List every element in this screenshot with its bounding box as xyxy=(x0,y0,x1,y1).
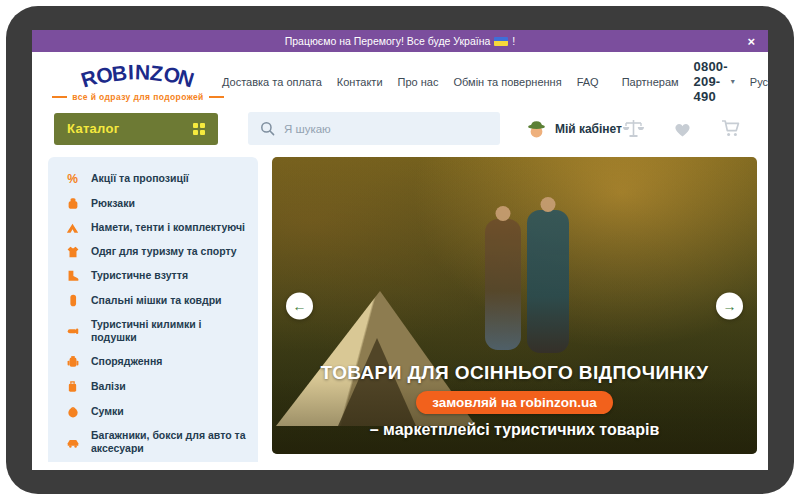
car-icon xyxy=(64,436,81,449)
sidebar-item-suitcases[interactable]: Валізи xyxy=(48,374,258,399)
top-nav: Доставка та оплата Контакти Про нас Обмі… xyxy=(222,59,768,104)
lang-rus[interactable]: Рус xyxy=(750,76,768,88)
backpack-icon xyxy=(64,196,81,211)
sidebar-item-label: Одяг для туризму та спорту xyxy=(91,245,237,258)
hero-banner: ← → ТОВАРИ ДЛЯ ОСІННЬОГО ВІДПОЧИНКУ замо… xyxy=(272,157,757,454)
sidebar-item-mats[interactable]: Туристичні килимки і подушки xyxy=(48,313,258,349)
sleeping-bag-icon xyxy=(64,293,81,308)
logo-tagline-row: все й одразу для подорожей xyxy=(52,92,223,102)
catalog-button-label: Каталог xyxy=(67,121,119,136)
sidebar-item-tents[interactable]: Намети, тенти і комплектуючі xyxy=(48,216,258,240)
arrow-left-icon: ← xyxy=(293,298,307,314)
search-icon xyxy=(260,121,275,136)
promo-message: Працюємо на Перемогу! Все буде Україна xyxy=(285,35,491,47)
account-button[interactable]: Мій кабінет xyxy=(526,118,622,139)
sidebar-item-promotions[interactable]: % Акції та пропозиції xyxy=(48,167,258,191)
boot-icon xyxy=(64,269,81,283)
promo-text-wrap: Працюємо на Перемогу! Все буде Україна ! xyxy=(285,35,516,47)
tshirt-icon xyxy=(64,245,81,259)
nav-link-faq[interactable]: FAQ xyxy=(577,76,599,88)
hero-subtitle: – маркетплейсі туристичних товарів xyxy=(370,421,660,439)
logo-text: ROBINZON xyxy=(80,62,196,86)
catalog-button[interactable]: Каталог xyxy=(54,113,218,145)
hero-cta-button[interactable]: замовляй на robinzon.ua xyxy=(416,391,613,414)
tent-icon xyxy=(64,221,81,235)
sidebar-item-label: Спорядження xyxy=(91,355,162,368)
sidebar-item-bags[interactable]: Сумки xyxy=(48,399,258,424)
arrow-right-icon: → xyxy=(723,298,737,314)
category-sidebar: % Акції та пропозиції Рюкзаки Намети, те… xyxy=(48,157,258,462)
sidebar-item-car-racks[interactable]: Багажники, бокси для авто та аксесуари xyxy=(48,424,258,460)
nav-link-partners[interactable]: Партнерам xyxy=(622,76,679,88)
sidebar-item-label: Рюкзаки xyxy=(91,197,135,210)
person-silhouette xyxy=(527,210,569,353)
logo-tagline: все й одразу для подорожей xyxy=(72,92,203,102)
grid-icon xyxy=(193,123,205,135)
bag-icon xyxy=(64,404,81,419)
cart-icon[interactable] xyxy=(720,118,742,139)
hero-text-block: ТОВАРИ ДЛЯ ОСІННЬОГО ВІДПОЧИНКУ замовляй… xyxy=(272,362,757,439)
main-content: % Акції та пропозиції Рюкзаки Намети, те… xyxy=(32,157,768,462)
gear-backpack-icon xyxy=(64,354,81,369)
sidebar-item-sleeping-bags[interactable]: Спальні мішки та ковдри xyxy=(48,288,258,313)
robinson-avatar-icon xyxy=(526,118,547,139)
percent-icon: % xyxy=(64,172,81,186)
carousel-next-button[interactable]: → xyxy=(716,292,743,319)
header-action-icons xyxy=(622,118,746,139)
sidebar-item-backpacks[interactable]: Рюкзаки xyxy=(48,191,258,216)
hero-title: ТОВАРИ ДЛЯ ОСІННЬОГО ВІДПОЧИНКУ xyxy=(321,362,709,384)
sidebar-item-label: Намети, тенти і комплектуючі xyxy=(91,221,245,234)
sidebar-item-label: Туристичні килимки і подушки xyxy=(91,318,250,344)
phone-number: 0800-209-490 xyxy=(694,59,728,104)
sidebar-item-label: Спальні мішки та ковдри xyxy=(91,294,222,307)
sidebar-item-label: Багажники, бокси для авто та аксесуари xyxy=(91,429,250,455)
carousel-prev-button[interactable]: ← xyxy=(286,292,313,319)
browser-viewport: Працюємо на Перемогу! Все буде Україна !… xyxy=(32,30,768,470)
wishlist-heart-icon[interactable] xyxy=(672,119,693,138)
sidebar-item-label: Валізи xyxy=(91,380,126,393)
sidebar-item-label: Туристичне взуття xyxy=(91,269,188,282)
sidebar-item-watches[interactable]: Годинники та інші гаджети xyxy=(48,461,258,463)
close-icon[interactable]: × xyxy=(747,35,755,48)
sidebar-item-clothing[interactable]: Одяг для туризму та спорту xyxy=(48,240,258,264)
site-logo[interactable]: ROBINZON все й одразу для подорожей xyxy=(54,62,222,102)
sidebar-item-equipment[interactable]: Спорядження xyxy=(48,349,258,374)
nav-link-contacts[interactable]: Контакти xyxy=(337,76,383,88)
sidebar-item-footwear[interactable]: Туристичне взуття xyxy=(48,264,258,288)
person-silhouette xyxy=(485,219,521,350)
nav-link-returns[interactable]: Обмін та повернення xyxy=(453,76,561,88)
search-bar xyxy=(248,112,500,145)
account-label: Мій кабінет xyxy=(555,122,622,136)
chevron-down-icon: ▾ xyxy=(731,77,735,86)
mat-icon xyxy=(64,325,81,337)
header-main: Каталог Мій кабінет xyxy=(32,106,768,145)
header-top: ROBINZON все й одразу для подорожей Дост… xyxy=(32,52,768,106)
search-input[interactable] xyxy=(284,123,488,135)
nav-link-delivery[interactable]: Доставка та оплата xyxy=(222,76,322,88)
sidebar-item-label: Акції та пропозиції xyxy=(91,172,189,185)
ukraine-flag-icon xyxy=(494,37,508,46)
phone-dropdown[interactable]: 0800-209-490 ▾ xyxy=(694,59,735,104)
promo-banner: Працюємо на Перемогу! Все буде Україна !… xyxy=(32,30,768,52)
promo-exclaim: ! xyxy=(512,35,515,47)
suitcase-icon xyxy=(64,379,81,394)
tagline-dash-left xyxy=(52,96,67,98)
nav-link-about[interactable]: Про нас xyxy=(398,76,439,88)
compare-scales-icon[interactable] xyxy=(622,118,645,139)
sidebar-item-label: Сумки xyxy=(91,405,124,418)
